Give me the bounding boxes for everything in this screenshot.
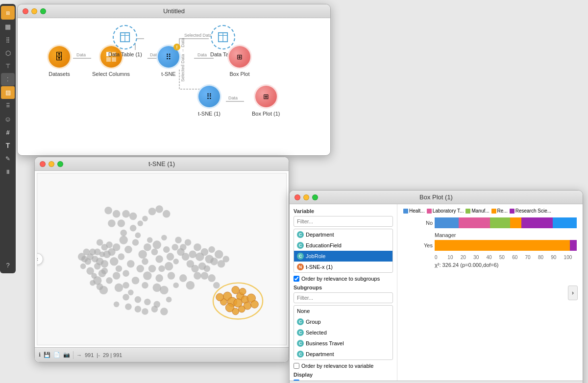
svg-point-67 bbox=[115, 284, 123, 292]
close-button[interactable] bbox=[23, 8, 28, 14]
sidebar-item-pause[interactable]: ⏸ bbox=[1, 166, 15, 178]
var-item-department[interactable]: C Department bbox=[294, 229, 392, 240]
tsne-footer: ℹ 💾 📄 📷 → 991 |- 29 | 991 bbox=[35, 347, 289, 362]
svg-point-132 bbox=[99, 286, 108, 294]
subgroup-label-business-travel: Business Travel bbox=[306, 340, 344, 346]
svg-point-27 bbox=[144, 243, 151, 251]
node-datasets[interactable]: 🗄 Datasets bbox=[47, 45, 72, 77]
sidebar-item-question[interactable]: ? bbox=[1, 259, 15, 271]
svg-point-109 bbox=[122, 210, 130, 218]
tsne-min-button[interactable] bbox=[49, 161, 54, 167]
boxplot-max-button[interactable] bbox=[312, 194, 318, 200]
subgroup-item-none[interactable]: None bbox=[294, 306, 392, 316]
svg-point-54 bbox=[173, 259, 179, 264]
node-box-plot[interactable]: ⊞ Box Plot bbox=[227, 45, 252, 77]
svg-point-30 bbox=[142, 258, 148, 265]
boxplot-min-button[interactable] bbox=[303, 194, 309, 200]
svg-point-124 bbox=[135, 306, 142, 312]
bar-seg-no-2 bbox=[490, 217, 510, 228]
svg-point-45 bbox=[148, 265, 156, 273]
var-item-jobrole[interactable]: C JobRole bbox=[294, 251, 392, 262]
boxplot-window: Box Plot (1) Variable C Department C Edu… bbox=[289, 190, 583, 383]
legend-item-re: Re... bbox=[491, 208, 508, 214]
subgroup-item-group[interactable]: C Group bbox=[294, 316, 392, 327]
stretch-bars-checkbox[interactable] bbox=[294, 380, 299, 381]
order-by-variable-row: Order by relevance to variable bbox=[294, 363, 393, 369]
sidebar-item-grid[interactable]: ⣿ bbox=[1, 33, 15, 46]
bar-row-no: No bbox=[403, 217, 577, 228]
svg-text:Data: Data bbox=[197, 52, 207, 57]
legend-color-manuf bbox=[466, 209, 470, 214]
sidebar-item-image[interactable]: ▨ bbox=[1, 86, 15, 99]
sidebar-item-scatter[interactable]: ⁚ bbox=[1, 73, 15, 86]
svg-point-128 bbox=[80, 263, 86, 269]
order-by-relevance-subgroups-checkbox[interactable] bbox=[294, 276, 299, 282]
tsne-save-icon[interactable]: 💾 bbox=[44, 352, 50, 358]
sidebar-item-text[interactable]: T bbox=[1, 139, 15, 152]
svg-point-127 bbox=[208, 274, 216, 282]
var-item-educationfield[interactable]: C EducationField bbox=[294, 240, 392, 251]
svg-point-72 bbox=[128, 289, 134, 295]
legend-item-lab: Laboratory T... bbox=[427, 208, 464, 214]
svg-text:Data: Data bbox=[76, 52, 86, 57]
tsne-window: t-SNE (1) ‹ bbox=[34, 157, 289, 362]
main-titlebar: Untitled bbox=[18, 4, 330, 18]
min-button[interactable] bbox=[31, 8, 37, 14]
main-window-controls bbox=[23, 8, 46, 14]
node-tsne-1[interactable]: ⠿ t-SNE (1) bbox=[197, 84, 221, 117]
svg-point-24 bbox=[132, 239, 139, 246]
node-data-table-1[interactable]: Data Table (1) bbox=[108, 25, 142, 57]
svg-point-77 bbox=[189, 251, 196, 259]
sidebar-item-person[interactable]: ☺ bbox=[1, 113, 15, 125]
svg-point-120 bbox=[90, 280, 96, 286]
variable-filter-input[interactable] bbox=[294, 216, 393, 227]
svg-point-47 bbox=[167, 253, 174, 261]
subgroup-item-department[interactable]: C Department bbox=[294, 349, 392, 359]
tsne-info-icon[interactable]: ℹ bbox=[39, 352, 41, 358]
bar-track-no bbox=[435, 217, 577, 228]
svg-point-44 bbox=[161, 235, 167, 240]
sidebar-item-tree[interactable]: ⊤ bbox=[1, 60, 15, 72]
node-box-plot-1[interactable]: ⊞ Box Plot (1) bbox=[252, 84, 280, 117]
subgroups-filter-input[interactable] bbox=[294, 292, 393, 303]
subgroup-item-selected[interactable]: C Selected bbox=[294, 327, 392, 338]
tsne-window-title: t-SNE (1) bbox=[148, 160, 175, 168]
boxplot-window-controls bbox=[294, 194, 318, 200]
boxplot-close-button[interactable] bbox=[294, 194, 300, 200]
svg-point-111 bbox=[86, 267, 94, 275]
max-button[interactable] bbox=[40, 8, 46, 14]
svg-point-58 bbox=[137, 220, 143, 226]
svg-point-88 bbox=[173, 283, 179, 288]
tsne-file-icon[interactable]: 📄 bbox=[53, 352, 60, 358]
tsne-plot-area[interactable]: ‹ bbox=[37, 173, 287, 345]
subgroup-item-business-travel[interactable]: C Business Travel bbox=[294, 338, 392, 349]
tsne-close-button[interactable] bbox=[40, 161, 46, 167]
bar-seg-no-4 bbox=[521, 217, 553, 228]
boxplot-left-panel: Variable C Department C EducationField C… bbox=[290, 204, 397, 381]
node-tsne-1-label: t-SNE (1) bbox=[198, 111, 220, 117]
svg-point-79 bbox=[118, 219, 125, 227]
badge-c-selected: C bbox=[297, 329, 304, 336]
order-by-variable-checkbox[interactable] bbox=[294, 363, 299, 369]
svg-point-142 bbox=[239, 288, 246, 295]
svg-point-40 bbox=[130, 225, 137, 232]
sidebar-item-datasets[interactable]: ⊞ bbox=[1, 6, 15, 20]
sidebar-item-edit[interactable]: ✎ bbox=[1, 152, 15, 165]
row-label-no: No bbox=[403, 220, 433, 226]
var-item-tsne-x[interactable]: N t-SNE-x (1) bbox=[294, 262, 392, 272]
sidebar: ⊞ ▦ ⣿ ⬡ ⊤ ⁚ ▨ ⠿ ☺ # T ✎ ⏸ ? bbox=[0, 4, 16, 273]
sidebar-item-dots[interactable]: ⠿ bbox=[1, 99, 15, 112]
sidebar-item-table[interactable]: ▦ bbox=[1, 20, 15, 33]
svg-point-134 bbox=[78, 253, 86, 261]
sidebar-item-hash[interactable]: # bbox=[1, 126, 15, 139]
boxplot-right-arrow[interactable]: › bbox=[568, 286, 578, 300]
tsne-max-button[interactable] bbox=[57, 161, 63, 167]
sidebar-item-network[interactable]: ⬡ bbox=[1, 47, 15, 59]
svg-point-108 bbox=[125, 303, 132, 310]
svg-point-113 bbox=[163, 210, 171, 218]
subgroup-label-selected: Selected bbox=[306, 330, 327, 335]
svg-point-105 bbox=[194, 272, 201, 280]
tsne-camera-icon[interactable]: 📷 bbox=[63, 352, 70, 358]
bar-seg-no-3 bbox=[510, 217, 521, 228]
boxplot-body: Variable C Department C EducationField C… bbox=[290, 204, 583, 381]
